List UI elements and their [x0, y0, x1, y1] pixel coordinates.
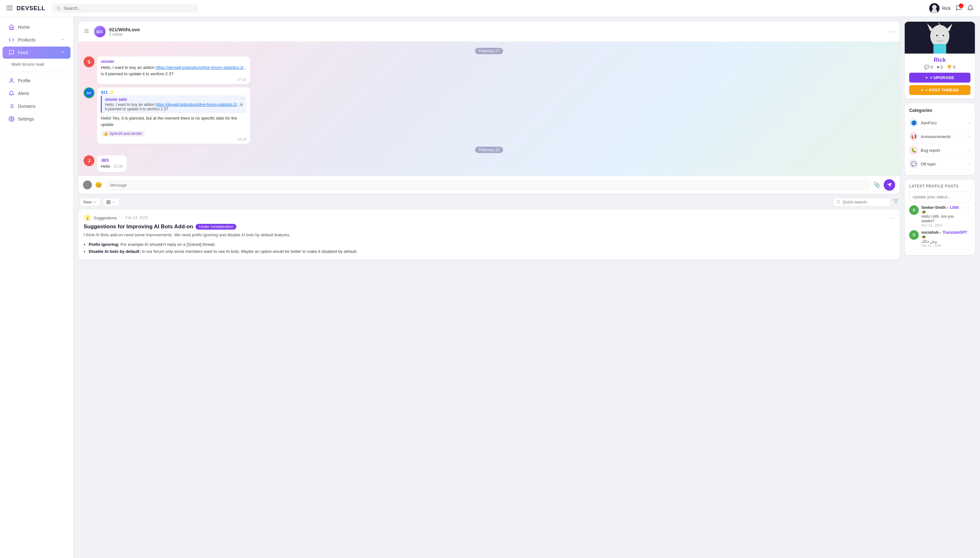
pp1-more-icon[interactable]: ⋯: [966, 205, 970, 210]
svg-point-4: [932, 5, 937, 9]
sinster-bubble: sinster Hello, I want to buy an addon ht…: [97, 56, 250, 84]
021-name: 021 ✨: [101, 90, 246, 95]
profile-post-2: S socrahub ▸ TranslateGPT 🐢 وش حالك Oct …: [909, 230, 970, 248]
search-input[interactable]: [64, 6, 194, 11]
message-input[interactable]: [105, 180, 870, 190]
off-topic-icon: 💬: [909, 159, 918, 168]
message-021: 021 021 ✨ " sinster said: Hello, I want …: [84, 87, 894, 144]
021-quote: " sinster said: Hello, I want to buy an …: [101, 95, 246, 113]
notifications-icon[interactable]: [967, 5, 973, 12]
search-icon: [56, 6, 61, 11]
sidebar-item-settings[interactable]: Settings: [3, 113, 71, 125]
quote-link[interactable]: https://devsell.io/products/live-forum-s…: [156, 102, 237, 107]
021-reaction[interactable]: 👍 Sp4x18 and sinster: [101, 130, 246, 136]
sidebar-item-mark-forums[interactable]: Mark forums read: [0, 59, 73, 69]
category-announcements[interactable]: 📢 Announcements ›: [909, 130, 970, 143]
user-info: Rick: [929, 3, 950, 13]
thread-list: Prefix ignoring: For example AI shouldn'…: [89, 241, 894, 255]
avatar: [929, 3, 939, 13]
pp1-from: Seeker-Smith: [921, 205, 946, 210]
sidebar-item-domains[interactable]: Domains: [3, 100, 71, 112]
svg-text:021: 021: [86, 92, 91, 95]
menu-icon[interactable]: [7, 5, 13, 12]
chat-hamburger-icon[interactable]: [84, 28, 89, 35]
sinster-time: 07:30: [101, 78, 246, 82]
pp2-date: Oct 11, 2024: [921, 244, 970, 248]
messages-icon[interactable]: 1: [956, 5, 962, 12]
status-input[interactable]: [909, 192, 970, 202]
products-icon: [8, 37, 15, 43]
thread-title: Suggestions for Improving AI Bots Add-on…: [84, 223, 894, 230]
categories-card: Categories 🔵 XenForo › 📢 Announcements ›…: [905, 103, 975, 175]
jbs-name: JBS: [101, 158, 123, 162]
profile-card: Rick 💬 0 ♥ 0 👎 0 + + UPGRADE + + POST TH…: [905, 22, 975, 99]
thread-search[interactable]: [833, 198, 891, 206]
new-button[interactable]: New: [80, 198, 100, 206]
new-chevron-icon: [93, 200, 97, 204]
quote-icon: ": [242, 97, 243, 102]
bug-report-icon: 🐛: [909, 146, 918, 155]
post-plus: +: [921, 88, 924, 92]
post-thread-button[interactable]: + + POST THREAD: [909, 85, 970, 95]
message-jbs: J JBS Hello 23:35: [84, 155, 894, 172]
thread-search-input[interactable]: [842, 200, 887, 204]
layout-chevron-icon: [112, 200, 116, 204]
category-xenforo[interactable]: 🔵 XenForo ›: [909, 116, 970, 130]
xenforo-icon: 🔵: [909, 118, 918, 127]
message-sinster: S sinster Hello, I want to buy an addon …: [84, 56, 894, 84]
search-bar[interactable]: [52, 4, 199, 13]
chat-more-icon[interactable]: ⋯: [888, 28, 894, 35]
pp1-arrow: ▸: [947, 205, 950, 210]
feed-icon: [8, 49, 15, 56]
emoji-icon[interactable]: 😊: [95, 181, 102, 189]
sidebar-item-profile[interactable]: Profile: [3, 75, 71, 87]
topbar-right: Rick 1: [929, 3, 973, 13]
sinster-link[interactable]: https://devsell.io/products/live-forum-s…: [156, 65, 244, 70]
quote-text: Hello, I want to buy an addon https://de…: [105, 102, 243, 111]
date-separator-feb19: February 19: [84, 147, 894, 152]
pp2-names: socrahub ▸ TranslateGPT 🐢: [921, 230, 970, 239]
profile-info: Rick 💬 0 ♥ 0 👎 0 + + UPGRADE + + POST TH…: [905, 54, 975, 99]
attach-icon[interactable]: 📎: [873, 181, 880, 189]
sidebar-item-products[interactable]: Products: [3, 34, 71, 46]
svg-rect-21: [109, 202, 110, 204]
021-text: Hello! Yes, it is planned, but at the mo…: [101, 115, 246, 128]
sidebar-label-feed: Feed: [18, 50, 28, 55]
thread-card: 💡 Suggestions · Feb 14, 2025 ⋯ Suggestio…: [79, 210, 899, 259]
alerts-icon: [8, 90, 15, 97]
svg-rect-22: [107, 202, 108, 204]
thread-toolbar-right: [833, 198, 898, 206]
reaction-badge[interactable]: 👍 Sp4x18 and sinster: [101, 131, 145, 136]
send-button[interactable]: [884, 179, 895, 191]
sidebar-item-feed[interactable]: Feed: [3, 46, 71, 59]
021-avatar: 021: [84, 87, 94, 98]
main-layout: Home Products Feed Mark forums read: [0, 16, 980, 269]
list-item-2-text: In our forum only some members want to u…: [141, 249, 357, 254]
right-sidebar: Rick 💬 0 ♥ 0 👎 0 + + UPGRADE + + POST TH…: [905, 22, 975, 263]
021-avatar-img: 021: [84, 88, 94, 97]
thread-more-icon[interactable]: ⋯: [889, 214, 894, 221]
main-content: 021 021/WithLove 2 online ⋯ February 17: [73, 16, 980, 269]
announcements-chevron: ›: [969, 134, 970, 139]
upgrade-button[interactable]: + + UPGRADE: [909, 73, 970, 82]
thread-filter-icon[interactable]: [893, 199, 898, 205]
channel-info: 021/WithLove 2 online: [109, 27, 885, 37]
thread-badge: Under consideration: [196, 224, 236, 230]
pp1-to: Lilith: [950, 205, 959, 210]
layout-button[interactable]: [103, 198, 119, 206]
profile-banner: [905, 22, 975, 54]
021-bubble: 021 ✨ " sinster said: Hello, I want to b…: [97, 87, 250, 144]
date-separator-feb17: February 17: [84, 48, 894, 53]
svg-marker-25: [894, 200, 898, 204]
xenforo-label: XenForo: [921, 120, 966, 125]
svg-point-35: [942, 34, 944, 36]
category-off-topic[interactable]: 💬 Off topic ›: [909, 157, 970, 171]
sidebar-item-home[interactable]: Home: [3, 21, 71, 33]
profile-posts-card: LATEST PROFILE POSTS S Seeker-Smith ▸ Li…: [905, 179, 975, 255]
sidebar-item-alerts[interactable]: Alerts: [3, 87, 71, 100]
svg-rect-19: [107, 200, 108, 202]
svg-rect-20: [109, 200, 110, 202]
sidebar-label-products: Products: [18, 37, 35, 43]
center-column: 021 021/WithLove 2 online ⋯ February 17: [79, 22, 899, 263]
category-bug-report[interactable]: 🐛 Bug report ›: [909, 143, 970, 157]
